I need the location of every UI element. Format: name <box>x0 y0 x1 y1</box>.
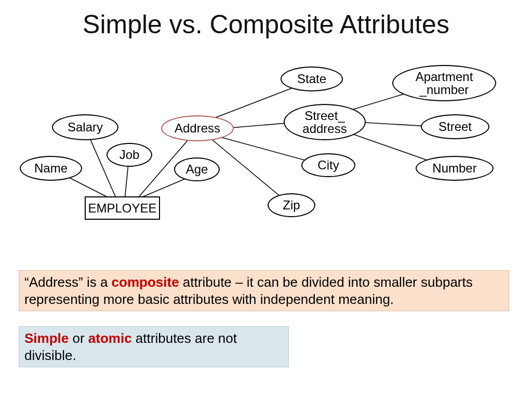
keyword-simple: Simple <box>24 330 69 346</box>
keyword-composite: composite <box>112 274 179 290</box>
callout-composite: “Address” is a composite attribute – it … <box>19 270 509 311</box>
attr-state: State <box>281 66 343 91</box>
attr-name: Name <box>20 156 82 181</box>
slide-title: Simple vs. Composite Attributes <box>0 9 532 39</box>
attr-street: Street <box>421 114 489 139</box>
callout-simple-atomic: Simple or atomic attributes are not divi… <box>19 326 289 367</box>
attr-job: Job <box>107 143 152 167</box>
attr-number: Number <box>416 156 494 181</box>
callout-text: “Address” is a <box>24 274 112 290</box>
slide: Simple vs. Composite Attributes <box>0 0 532 399</box>
attr-street-address: Street_ address <box>284 104 366 140</box>
attr-apartment-number: Apartment _number <box>392 65 496 101</box>
attr-zip: Zip <box>268 193 315 217</box>
attr-age: Age <box>174 157 220 181</box>
callout-text: or <box>69 330 88 346</box>
entity-employee: EMPLOYEE <box>85 196 160 220</box>
attr-city: City <box>301 153 355 177</box>
keyword-atomic: atomic <box>88 330 132 346</box>
attr-salary: Salary <box>52 114 118 140</box>
attr-address: Address <box>161 115 234 141</box>
